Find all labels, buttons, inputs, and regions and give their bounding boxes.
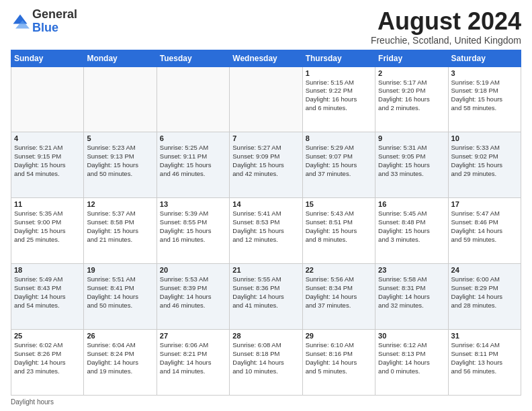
day-number: 12 [87, 200, 153, 208]
day-number: 9 [378, 134, 445, 142]
day-info: Sunrise: 5:29 AM Sunset: 9:07 PM Dayligh… [306, 144, 372, 178]
day-info: Sunrise: 5:53 AM Sunset: 8:39 PM Dayligh… [160, 275, 226, 310]
day-info: Sunrise: 5:27 AM Sunset: 9:09 PM Dayligh… [232, 144, 299, 178]
day-number: 8 [306, 134, 372, 142]
day-number: 25 [14, 332, 81, 340]
day-info: Sunrise: 5:58 AM Sunset: 8:31 PM Dayligh… [378, 275, 445, 310]
day-info: Sunrise: 5:23 AM Sunset: 9:13 PM Dayligh… [87, 144, 153, 178]
day-info: Sunrise: 5:35 AM Sunset: 9:00 PM Dayligh… [14, 210, 81, 244]
day-number: 5 [87, 134, 153, 142]
subtitle: Freuchie, Scotland, United Kingdom [371, 35, 521, 46]
calendar-day-cell [84, 66, 157, 132]
calendar-day-cell: 29Sunrise: 6:10 AM Sunset: 8:16 PM Dayli… [302, 330, 375, 396]
calendar-day-cell: 23Sunrise: 5:58 AM Sunset: 8:31 PM Dayli… [375, 264, 448, 330]
day-info: Sunrise: 6:14 AM Sunset: 8:11 PM Dayligh… [451, 341, 518, 375]
day-info: Sunrise: 5:37 AM Sunset: 8:58 PM Dayligh… [87, 210, 153, 244]
calendar-week-row: 25Sunrise: 6:02 AM Sunset: 8:26 PM Dayli… [11, 330, 521, 396]
calendar-day-cell: 3Sunrise: 5:19 AM Sunset: 9:18 PM Daylig… [448, 66, 521, 132]
day-info: Sunrise: 5:33 AM Sunset: 9:02 PM Dayligh… [451, 144, 518, 178]
logo-icon [11, 12, 30, 31]
day-of-week-header: Sunday [11, 50, 84, 66]
calendar-day-cell: 17Sunrise: 5:47 AM Sunset: 8:46 PM Dayli… [448, 198, 521, 264]
calendar-day-cell: 16Sunrise: 5:45 AM Sunset: 8:48 PM Dayli… [375, 198, 448, 264]
day-info: Sunrise: 6:08 AM Sunset: 8:18 PM Dayligh… [232, 341, 299, 375]
day-info: Sunrise: 6:00 AM Sunset: 8:29 PM Dayligh… [451, 275, 518, 310]
day-number: 30 [378, 332, 445, 340]
calendar-day-cell [157, 66, 229, 132]
day-info: Sunrise: 5:39 AM Sunset: 8:55 PM Dayligh… [160, 210, 226, 244]
logo: General Blue [11, 8, 77, 35]
day-number: 6 [160, 134, 226, 142]
main-title: August 2024 [371, 8, 521, 35]
calendar-day-cell: 22Sunrise: 5:56 AM Sunset: 8:34 PM Dayli… [302, 264, 375, 330]
day-info: Sunrise: 5:56 AM Sunset: 8:34 PM Dayligh… [306, 275, 372, 310]
calendar-day-cell: 2Sunrise: 5:17 AM Sunset: 9:20 PM Daylig… [375, 66, 448, 132]
day-info: Sunrise: 5:21 AM Sunset: 9:15 PM Dayligh… [14, 144, 81, 178]
day-number: 2 [378, 69, 445, 77]
day-number: 7 [232, 134, 299, 142]
day-number: 17 [451, 200, 518, 208]
calendar-day-cell: 10Sunrise: 5:33 AM Sunset: 9:02 PM Dayli… [448, 132, 521, 198]
day-number: 24 [451, 266, 518, 274]
day-number: 15 [306, 200, 372, 208]
day-number: 13 [160, 200, 226, 208]
calendar-day-cell: 1Sunrise: 5:15 AM Sunset: 9:22 PM Daylig… [302, 66, 375, 132]
day-number: 20 [160, 266, 226, 274]
day-number: 14 [232, 200, 299, 208]
day-of-week-header: Wednesday [230, 50, 302, 66]
day-info: Sunrise: 5:55 AM Sunset: 8:36 PM Dayligh… [232, 275, 299, 310]
logo-text: General Blue [32, 8, 77, 35]
calendar-day-cell: 8Sunrise: 5:29 AM Sunset: 9:07 PM Daylig… [302, 132, 375, 198]
day-info: Sunrise: 5:17 AM Sunset: 9:20 PM Dayligh… [378, 79, 445, 113]
day-number: 28 [232, 332, 299, 340]
daylight-label: Daylight hours [11, 398, 54, 406]
day-info: Sunrise: 5:45 AM Sunset: 8:48 PM Dayligh… [378, 210, 445, 244]
day-number: 29 [306, 332, 372, 340]
calendar-day-cell: 15Sunrise: 5:43 AM Sunset: 8:51 PM Dayli… [302, 198, 375, 264]
calendar-day-cell: 12Sunrise: 5:37 AM Sunset: 8:58 PM Dayli… [84, 198, 157, 264]
day-number: 22 [306, 266, 372, 274]
calendar-day-cell: 27Sunrise: 6:06 AM Sunset: 8:21 PM Dayli… [157, 330, 229, 396]
day-info: Sunrise: 5:41 AM Sunset: 8:53 PM Dayligh… [232, 210, 299, 244]
day-number: 31 [451, 332, 518, 340]
calendar-week-row: 1Sunrise: 5:15 AM Sunset: 9:22 PM Daylig… [11, 66, 521, 132]
calendar-day-cell: 31Sunrise: 6:14 AM Sunset: 8:11 PM Dayli… [448, 330, 521, 396]
day-info: Sunrise: 5:25 AM Sunset: 9:11 PM Dayligh… [160, 144, 226, 178]
calendar-day-cell: 20Sunrise: 5:53 AM Sunset: 8:39 PM Dayli… [157, 264, 229, 330]
calendar-day-cell: 21Sunrise: 5:55 AM Sunset: 8:36 PM Dayli… [230, 264, 302, 330]
calendar-day-cell: 14Sunrise: 5:41 AM Sunset: 8:53 PM Dayli… [230, 198, 302, 264]
day-of-week-header: Friday [375, 50, 448, 66]
calendar-day-cell: 24Sunrise: 6:00 AM Sunset: 8:29 PM Dayli… [448, 264, 521, 330]
day-of-week-header: Thursday [302, 50, 375, 66]
calendar-day-cell: 30Sunrise: 6:12 AM Sunset: 8:13 PM Dayli… [375, 330, 448, 396]
calendar-header-row: SundayMondayTuesdayWednesdayThursdayFrid… [11, 50, 521, 66]
calendar-day-cell [11, 66, 84, 132]
day-number: 3 [451, 69, 518, 77]
day-number: 1 [306, 69, 372, 77]
day-of-week-header: Tuesday [157, 50, 229, 66]
day-info: Sunrise: 6:12 AM Sunset: 8:13 PM Dayligh… [378, 341, 445, 375]
calendar-day-cell: 18Sunrise: 5:49 AM Sunset: 8:43 PM Dayli… [11, 264, 84, 330]
day-number: 27 [160, 332, 226, 340]
calendar-day-cell: 6Sunrise: 5:25 AM Sunset: 9:11 PM Daylig… [157, 132, 229, 198]
calendar-week-row: 11Sunrise: 5:35 AM Sunset: 9:00 PM Dayli… [11, 198, 521, 264]
day-number: 16 [378, 200, 445, 208]
day-info: Sunrise: 5:31 AM Sunset: 9:05 PM Dayligh… [378, 144, 445, 178]
page: General Blue August 2024 Freuchie, Scotl… [0, 0, 532, 411]
day-info: Sunrise: 5:49 AM Sunset: 8:43 PM Dayligh… [14, 275, 81, 310]
day-info: Sunrise: 6:10 AM Sunset: 8:16 PM Dayligh… [306, 341, 372, 375]
calendar-day-cell: 7Sunrise: 5:27 AM Sunset: 9:09 PM Daylig… [230, 132, 302, 198]
svg-marker-0 [13, 14, 28, 24]
day-number: 19 [87, 266, 153, 274]
day-of-week-header: Monday [84, 50, 157, 66]
day-info: Sunrise: 5:19 AM Sunset: 9:18 PM Dayligh… [451, 79, 518, 113]
calendar-day-cell: 26Sunrise: 6:04 AM Sunset: 8:24 PM Dayli… [84, 330, 157, 396]
day-info: Sunrise: 6:02 AM Sunset: 8:26 PM Dayligh… [14, 341, 81, 375]
day-info: Sunrise: 5:15 AM Sunset: 9:22 PM Dayligh… [306, 79, 372, 113]
footer: Daylight hours [11, 398, 521, 406]
calendar-week-row: 4Sunrise: 5:21 AM Sunset: 9:15 PM Daylig… [11, 132, 521, 198]
calendar-day-cell: 9Sunrise: 5:31 AM Sunset: 9:05 PM Daylig… [375, 132, 448, 198]
day-number: 23 [378, 266, 445, 274]
day-number: 21 [232, 266, 299, 274]
calendar-day-cell [230, 66, 302, 132]
